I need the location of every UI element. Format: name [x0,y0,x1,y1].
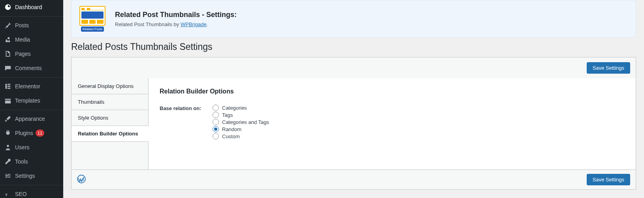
wordpress-logo-icon [77,175,86,185]
radio-option-categories-and-tags[interactable]: Categories and Tags [213,119,269,125]
tab-label: General Display Options [78,83,134,89]
sidebar-item-plugins[interactable]: Plugins 11 [0,126,63,140]
sidebar-item-appearance[interactable]: Appearance [0,112,63,126]
tab-thumbnails[interactable]: Thumbnails [72,94,148,110]
sidebar-item-label: Comments [15,65,42,71]
elementor-icon [4,82,12,90]
sidebar-item-posts[interactable]: Posts [0,18,63,32]
radio-icon [213,119,219,125]
sidebar-item-label: Tools [15,158,28,165]
svg-rect-0 [6,84,7,89]
pin-icon [4,21,12,29]
sidebar-item-templates[interactable]: Templates [0,93,63,108]
radio-option-tags[interactable]: Tags [213,112,269,118]
sidebar-item-elementor[interactable]: Elementor [0,79,63,93]
radio-label: Custom [222,133,240,139]
save-row-bottom: Save Settings [72,169,636,189]
tab-style-options[interactable]: Style Options [72,110,148,126]
plugins-badge: 11 [36,129,44,137]
sidebar-item-media[interactable]: Media [0,32,63,47]
svg-rect-3 [8,88,10,89]
radio-label: Categories [222,105,247,111]
radio-icon [213,105,219,111]
radio-option-random[interactable]: Random [213,126,269,132]
settings-panel: Relation Builder Options Base relation o… [149,78,636,169]
save-settings-button[interactable]: Save Settings [587,62,630,74]
radio-group-base-relation: Categories Tags Categories and Tags [213,105,269,139]
media-icon [4,36,12,44]
field-label: Base relation on: [160,105,203,139]
plugin-logo-label: Related Posts [81,27,104,32]
sidebar-item-seo[interactable]: Y SEO [0,187,63,198]
settings-tabs: General Display Options Thumbnails Style… [72,78,149,169]
radio-icon [213,112,219,118]
main-content: Related Posts Related Post Thumbnails - … [63,0,644,198]
save-row-top: Save Settings [72,57,636,78]
tab-general-display[interactable]: General Display Options [72,78,148,94]
plugin-banner: Related Posts Related Post Thumbnails - … [71,0,636,38]
seo-icon: Y [4,190,12,198]
banner-subtitle: Related Post Thumbnails by WPBrigade. [115,21,237,27]
radio-option-categories[interactable]: Categories [213,105,269,111]
radio-icon [213,126,219,132]
sliders-icon [4,172,12,180]
sidebar-item-pages[interactable]: Pages [0,47,63,61]
plug-icon [4,129,12,137]
sidebar-item-label: SEO [15,191,27,197]
tab-label: Thumbnails [78,99,104,105]
sidebar-item-label: Media [15,36,30,43]
brush-icon [4,115,12,123]
sidebar-item-settings[interactable]: Settings [0,169,63,183]
sidebar-item-label: Elementor [15,83,40,89]
radio-icon [213,133,219,139]
users-icon [4,143,12,151]
page-title: Related Posts Thumbnails Settings [71,42,636,52]
sidebar-item-label: Users [15,144,30,150]
sidebar-item-label: Posts [15,22,29,29]
sidebar-item-label: Appearance [15,116,45,122]
svg-rect-2 [8,86,10,87]
settings-frame: Save Settings General Display Options Th… [71,57,636,190]
radio-label: Categories and Tags [222,119,269,125]
sidebar-item-tools[interactable]: Tools [0,154,63,169]
radio-label: Tags [222,112,233,118]
dashboard-icon [4,3,12,11]
comments-icon [4,64,12,72]
sidebar-item-label: Settings [15,173,35,179]
tab-label: Style Options [78,115,108,121]
templates-icon [4,97,12,105]
sidebar-item-label: Pages [15,51,31,57]
wrench-icon [4,158,12,166]
save-settings-button[interactable]: Save Settings [587,174,630,185]
svg-point-4 [7,145,9,147]
admin-sidebar: Dashboard Posts Media Pages Comments Ele… [0,0,63,198]
sidebar-item-users[interactable]: Users [0,140,63,154]
plugin-logo: Related Posts [78,6,107,32]
svg-rect-1 [8,84,10,85]
sidebar-item-label: Plugins [15,130,33,136]
radio-label: Random [222,126,241,132]
pages-icon [4,50,12,58]
wpbrigade-link[interactable]: WPBrigade [181,21,207,27]
sidebar-item-label: Dashboard [15,4,42,10]
panel-heading: Relation Builder Options [160,88,625,95]
tab-label: Relation Builder Options [78,131,138,137]
sidebar-item-dashboard[interactable]: Dashboard [0,0,63,14]
banner-title: Related Post Thumbnails - Settings: [115,11,237,19]
sidebar-item-comments[interactable]: Comments [0,61,63,75]
tab-relation-builder[interactable]: Relation Builder Options [72,126,149,142]
radio-option-custom[interactable]: Custom [213,133,269,139]
svg-text:Y: Y [5,192,8,197]
sidebar-item-label: Templates [15,97,40,104]
